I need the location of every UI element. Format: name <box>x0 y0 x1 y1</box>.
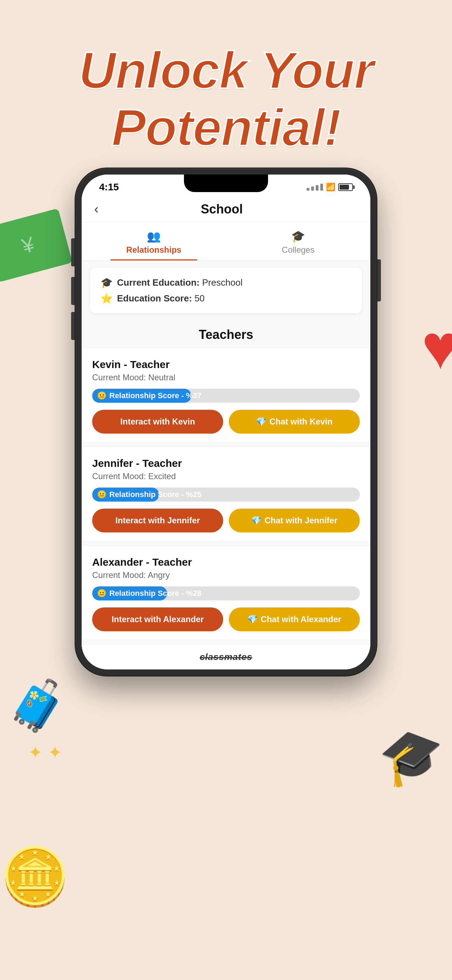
tab-relationships-label: Relationships <box>126 245 181 255</box>
tabs-bar: 👥 Relationships 🎓 Colleges <box>82 223 370 261</box>
education-row: 🎓 Current Education: Preschool <box>100 277 352 288</box>
phone-outer: 4:15 📶 ‹ School <box>75 168 377 676</box>
diamond-icon-2: 💎 <box>247 614 258 624</box>
phone-wrapper: 4:15 📶 ‹ School <box>75 168 377 676</box>
progress-bar-0: 😐 Relationship Score - %37 <box>92 389 360 403</box>
teacher-name-2: Alexander - Teacher <box>92 556 360 568</box>
interact-button-1[interactable]: Interact with Jennifer <box>92 509 223 532</box>
progress-emoji-2: 😐 <box>97 589 107 598</box>
education-text: Current Education: Preschool <box>117 277 242 288</box>
progress-emoji-0: 😐 <box>97 391 107 400</box>
teacher-card-2: Alexander - Teacher Current Mood: Angry … <box>82 546 370 640</box>
hero-title-line1: Unlock Your <box>78 41 374 99</box>
teacher-mood-2: Current Mood: Angry <box>92 570 360 580</box>
score-label: Education Score: <box>117 293 192 304</box>
diamond-icon-1: 💎 <box>251 515 262 525</box>
progress-label-2: Relationship Score - %28 <box>109 589 202 598</box>
battery-icon <box>338 183 353 191</box>
progress-fill-0: 😐 Relationship Score - %37 <box>92 389 191 403</box>
progress-label-0: Relationship Score - %37 <box>109 391 202 400</box>
colleges-icon: 🎓 <box>291 229 305 243</box>
buttons-row-1: Interact with Jennifer 💎 Chat with Jenni… <box>92 509 360 532</box>
signal-icon <box>307 184 323 191</box>
page-title: School <box>99 202 345 216</box>
teacher-name-0: Kevin - Teacher <box>92 359 360 371</box>
phone-screen: 4:15 📶 ‹ School <box>82 175 370 670</box>
bg-gradhat-decoration: 🎓 <box>374 720 450 792</box>
teachers-list: Kevin - Teacher Current Mood: Neutral 😐 … <box>82 348 370 640</box>
score-value: 50 <box>194 293 205 304</box>
score-row: ⭐ Education Score: 50 <box>100 293 352 304</box>
bg-briefcase-decoration: 🧳 <box>7 677 68 735</box>
education-label: Current Education: <box>117 277 199 288</box>
tab-colleges[interactable]: 🎓 Colleges <box>226 223 370 261</box>
bg-coins-decoration: 🪙 <box>0 844 70 910</box>
back-button[interactable]: ‹ <box>94 202 99 216</box>
chat-button-2[interactable]: 💎 Chat with Alexander <box>229 608 360 631</box>
teacher-card-1: Jennifer - Teacher Current Mood: Excited… <box>82 447 370 541</box>
score-text: Education Score: 50 <box>117 293 205 304</box>
education-icon: 🎓 <box>100 277 113 288</box>
interact-button-0[interactable]: Interact with Kevin <box>92 410 223 434</box>
nav-bar: ‹ School <box>82 196 370 223</box>
tab-relationships[interactable]: 👥 Relationships <box>82 223 226 261</box>
bg-heart-decoration: ♥ <box>422 315 452 379</box>
bg-stars-decoration: ✦ ✦ <box>28 742 62 763</box>
notch <box>184 175 268 192</box>
chat-button-1[interactable]: 💎 Chat with Jennifer <box>229 509 360 532</box>
progress-label-1: Relationship Score - %25 <box>109 490 202 499</box>
teacher-mood-1: Current Mood: Excited <box>92 471 360 481</box>
education-info-card: 🎓 Current Education: Preschool ⭐ Educati… <box>90 268 362 313</box>
app-logo: classmates <box>200 652 252 662</box>
content-area: 🎓 Current Education: Preschool ⭐ Educati… <box>82 261 370 670</box>
teacher-mood-0: Current Mood: Neutral <box>92 372 360 382</box>
status-bar: 4:15 📶 <box>82 175 370 196</box>
diamond-icon-0: 💎 <box>256 417 267 426</box>
hero-title-block: Unlock Your Potential! <box>68 42 384 156</box>
teacher-card-0: Kevin - Teacher Current Mood: Neutral 😐 … <box>82 348 370 442</box>
progress-bar-1: 😐 Relationship Score - %25 <box>92 488 360 501</box>
relationships-icon: 👥 <box>147 229 161 243</box>
chat-button-0[interactable]: 💎 Chat with Kevin <box>229 410 360 434</box>
teacher-name-1: Jennifer - Teacher <box>92 457 360 469</box>
tab-colleges-label: Colleges <box>282 245 314 255</box>
wifi-icon: 📶 <box>326 183 335 192</box>
progress-emoji-1: 😐 <box>97 490 107 499</box>
bg-money-decoration <box>0 208 73 282</box>
teachers-section-header: Teachers <box>82 320 370 348</box>
education-value: Preschool <box>202 277 243 288</box>
bottom-bar: classmates <box>82 644 370 670</box>
score-icon: ⭐ <box>100 293 113 304</box>
progress-fill-2: 😐 Relationship Score - %28 <box>92 586 167 600</box>
buttons-row-2: Interact with Alexander 💎 Chat with Alex… <box>92 608 360 631</box>
status-icons: 📶 <box>307 183 353 192</box>
hero-title-line2: Potential! <box>111 99 341 156</box>
interact-button-2[interactable]: Interact with Alexander <box>92 608 223 631</box>
progress-fill-1: 😐 Relationship Score - %25 <box>92 488 159 501</box>
buttons-row-0: Interact with Kevin 💎 Chat with Kevin <box>92 410 360 434</box>
progress-bar-2: 😐 Relationship Score - %28 <box>92 586 360 600</box>
status-time: 4:15 <box>99 181 119 193</box>
